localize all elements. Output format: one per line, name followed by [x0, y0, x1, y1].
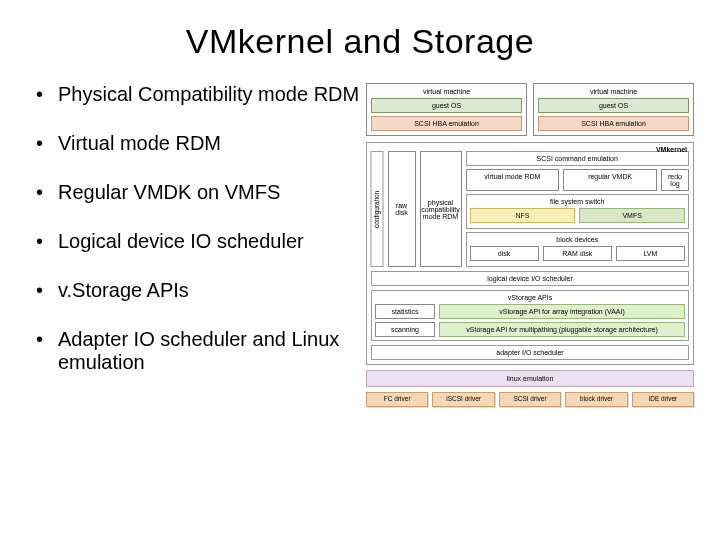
bullet-item: Physical Compatibility mode RDM — [36, 83, 366, 106]
bullet-item: Virtual mode RDM — [36, 132, 366, 155]
redo-log-box: redo log — [661, 169, 689, 191]
bullet-item: Logical device IO scheduler — [36, 230, 366, 253]
statistics-box: statistics — [375, 304, 435, 319]
scanning-box: scanning — [375, 322, 435, 337]
vm-box: virtual machine guest OS SCSI HBA emulat… — [366, 83, 527, 136]
ide-driver-box: IDE driver — [632, 392, 694, 407]
scsi-hba-emulation-box: SCSI HBA emulation — [371, 116, 522, 131]
scsi-hba-emulation-box: SCSI HBA emulation — [538, 116, 689, 131]
file-system-switch-box: file system switch NFS VMFS — [466, 194, 690, 229]
vm-row: virtual machine guest OS SCSI HBA emulat… — [366, 83, 694, 136]
scsi-driver-box: SCSI driver — [499, 392, 561, 407]
drivers-row: FC driver iSCSI driver SCSI driver block… — [366, 392, 694, 407]
vaai-box: vStorage API for array integration (VAAI… — [439, 304, 685, 319]
block-devices-label: block devices — [470, 236, 686, 243]
block-devices-box: block devices disk RAM disk LVM — [466, 232, 690, 267]
virtual-rdm-box: virtual mode RDM — [466, 169, 560, 191]
multipathing-box: vStorage API for multipathing (pluggable… — [439, 322, 685, 337]
block-driver-box: block driver — [565, 392, 627, 407]
slide-title: VMkernel and Storage — [0, 0, 720, 61]
guest-os-box: guest OS — [538, 98, 689, 113]
nfs-box: NFS — [470, 208, 576, 223]
slide-body: Physical Compatibility mode RDM Virtual … — [0, 83, 720, 407]
vstorage-apis-box: vStorage APIs statistics vStorage API fo… — [371, 290, 689, 341]
guest-os-box: guest OS — [371, 98, 522, 113]
vm-box: virtual machine guest OS SCSI HBA emulat… — [533, 83, 694, 136]
ram-disk-box: RAM disk — [543, 246, 612, 261]
logical-io-scheduler-box: logical device I/O scheduler — [371, 271, 689, 286]
slide: VMkernel and Storage Physical Compatibil… — [0, 0, 720, 540]
scsi-stack-column: SCSI command emulation virtual mode RDM … — [466, 151, 690, 267]
disk-box: disk — [470, 246, 539, 261]
fc-driver-box: FC driver — [366, 392, 428, 407]
configuration-box: configuration — [371, 151, 384, 267]
vmfs-box: VMFS — [579, 208, 685, 223]
vstorage-apis-label: vStorage APIs — [375, 294, 685, 301]
lvm-box: LVM — [616, 246, 685, 261]
bullet-item: Regular VMDK on VMFS — [36, 181, 366, 204]
linux-emulation-box: linux emulation — [366, 370, 694, 387]
architecture-diagram: virtual machine guest OS SCSI HBA emulat… — [366, 83, 694, 407]
bullet-list: Physical Compatibility mode RDM Virtual … — [36, 83, 366, 407]
vmkernel-label: VMkernel — [656, 146, 687, 153]
vm-caption: virtual machine — [371, 88, 522, 95]
phys-rdm-box: physical compatibility mode RDM — [420, 151, 462, 267]
bullet-item: Adapter IO scheduler and Linux emulation — [36, 328, 366, 374]
raw-disk-box: raw disk — [388, 151, 416, 267]
scsi-cmd-emulation-box: SCSI command emulation — [466, 151, 690, 166]
adapter-io-scheduler-box: adapter I/O scheduler — [371, 345, 689, 360]
vmkernel-container: VMkernel configuration raw disk physical… — [366, 142, 694, 365]
file-system-switch-label: file system switch — [470, 198, 686, 205]
vm-caption: virtual machine — [538, 88, 689, 95]
iscsi-driver-box: iSCSI driver — [432, 392, 494, 407]
regular-vmdk-box: regular VMDK — [563, 169, 657, 191]
bullet-item: v.Storage APIs — [36, 279, 366, 302]
